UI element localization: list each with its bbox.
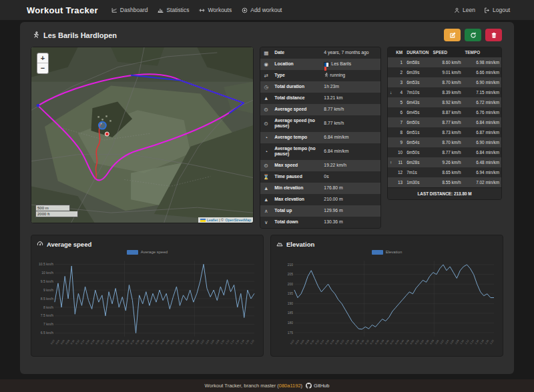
- workout-details-card: ▦Date4 years, 7 months ago◉LocationLes B…: [260, 47, 381, 229]
- svg-text:0:44: 0:44: [394, 339, 399, 345]
- split-speed: 8.70 km/h: [431, 137, 463, 147]
- svg-text:0:26: 0:26: [110, 339, 115, 345]
- svg-text:0:38: 0:38: [380, 339, 384, 345]
- svg-text:1:16: 1:16: [475, 339, 479, 345]
- split-tempo: 6.66 min/km: [463, 67, 501, 77]
- gauge-chart-icon: [37, 241, 43, 247]
- svg-text:0:32: 0:32: [364, 339, 369, 345]
- svg-text:0:20: 0:20: [95, 339, 100, 345]
- svg-text:0:58: 0:58: [190, 339, 195, 345]
- github-link[interactable]: GitHub: [306, 383, 329, 389]
- route-map[interactable]: + − 500 m 2000 ft Leaflet | © OpenStreet…: [31, 47, 254, 223]
- svg-text:0:16: 0:16: [85, 339, 90, 345]
- stopwatch-icon: ◔: [260, 132, 272, 143]
- svg-text:0:32: 0:32: [125, 339, 129, 345]
- svg-text:6.5 km/h: 6.5 km/h: [41, 331, 53, 335]
- pencil-icon: [449, 32, 456, 39]
- svg-text:0:02: 0:02: [290, 339, 294, 345]
- split-row: 16m58s8.60 km/h6.98 min/km: [388, 57, 501, 67]
- detail-label: Average speed: [272, 104, 321, 115]
- svg-text:1:04: 1:04: [205, 339, 210, 345]
- split-speed: 8.65 km/h: [431, 167, 463, 177]
- statistics-bars-icon: [158, 7, 164, 13]
- detail-row: ◔Average tempo (no pause)6.84 min/km: [260, 143, 380, 160]
- svg-text:0:46: 0:46: [160, 339, 165, 345]
- svg-text:1:08: 1:08: [215, 339, 220, 345]
- refresh-button[interactable]: [465, 29, 481, 41]
- split-tempo: 7.15 min/km: [463, 87, 501, 97]
- split-row: 86m51s8.73 km/h6.87 min/km: [388, 127, 501, 137]
- delete-button[interactable]: [485, 29, 502, 41]
- average-speed-chart-title: Average speed: [37, 241, 258, 248]
- running-icon: [32, 31, 39, 39]
- nav-item-workouts[interactable]: Workouts: [199, 7, 232, 13]
- detail-row: ⊙Max speed19.22 km/h: [260, 160, 380, 171]
- svg-text:0:46: 0:46: [400, 339, 405, 345]
- svg-text:0:06: 0:06: [300, 339, 304, 345]
- leaflet-link[interactable]: Leaflet: [207, 218, 218, 222]
- detail-label: Total duration: [272, 81, 321, 93]
- gauge-icon: ⊙: [260, 104, 272, 115]
- split-speed: 9.26 km/h: [431, 157, 463, 167]
- svg-text:0:38: 0:38: [140, 339, 145, 345]
- trend-none: [388, 177, 394, 187]
- split-km: 5: [394, 97, 405, 107]
- chevron-down-icon: ∨: [260, 217, 272, 228]
- stopwatch-icon: ◔: [260, 143, 272, 160]
- average-speed-chart-legend[interactable]: Average speed: [37, 250, 258, 255]
- detail-value: 13.21 km: [321, 93, 380, 104]
- trend-none: [388, 147, 394, 157]
- svg-text:0:22: 0:22: [340, 339, 344, 345]
- svg-text:0:40: 0:40: [145, 339, 150, 345]
- page-header: Les Barils Hardlopen: [31, 26, 503, 47]
- svg-text:1:20: 1:20: [245, 339, 250, 345]
- split-row: 96m54s8.70 km/h6.90 min/km: [388, 137, 501, 147]
- calendar-icon: ▦: [260, 47, 272, 59]
- scale-imperial: 2000 ft: [35, 211, 78, 217]
- svg-text:1:22: 1:22: [250, 339, 254, 345]
- detail-value: 130.36 m: [321, 217, 380, 228]
- split-tempo: 6.90 min/km: [463, 77, 501, 87]
- page-title-text: Les Barils Hardlopen: [43, 31, 117, 39]
- split-tempo: 6.98 min/km: [463, 57, 501, 67]
- nav-item-dashboard[interactable]: Dashboard: [111, 7, 148, 13]
- svg-text:0:42: 0:42: [390, 339, 394, 345]
- map-attribution: Leaflet | © OpenStreetMap: [198, 217, 253, 223]
- zoom-out-button[interactable]: −: [37, 63, 48, 73]
- svg-text:195: 195: [288, 291, 294, 295]
- page-title: Les Barils Hardlopen: [32, 31, 117, 39]
- svg-text:7 km/h: 7 km/h: [43, 322, 53, 326]
- detail-row: ◉LocationLes Barils: [260, 59, 380, 70]
- logout-button[interactable]: Logout: [484, 7, 510, 13]
- svg-text:0:48: 0:48: [405, 339, 409, 345]
- footer-text: Workout Tracker, branch master (080a1192…: [205, 383, 302, 389]
- osm-link[interactable]: OpenStreetMap: [225, 218, 251, 222]
- detail-row: ▲Total distance13.21 km: [260, 93, 380, 104]
- split-duration: 6m54s: [405, 137, 431, 147]
- svg-text:200: 200: [288, 282, 294, 286]
- app-title: Workout Tracker: [27, 5, 98, 15]
- zoom-in-button[interactable]: +: [37, 53, 48, 63]
- split-km: 8: [394, 127, 405, 137]
- nav-item-label: Statistics: [166, 7, 189, 13]
- svg-text:0:30: 0:30: [120, 339, 125, 345]
- nav-item-statistics[interactable]: Statistics: [158, 7, 189, 13]
- svg-text:0:24: 0:24: [345, 339, 350, 345]
- detail-label: Min elevation: [272, 183, 321, 194]
- elevation-chart-legend[interactable]: Elevation: [276, 250, 497, 255]
- svg-text:0:58: 0:58: [430, 339, 435, 345]
- detail-label: Type: [272, 70, 321, 81]
- user-menu[interactable]: Leen: [454, 7, 475, 13]
- edit-button[interactable]: [444, 29, 461, 41]
- average-speed-chart-plot: 6.5 km/h7 km/h7.5 km/h8 km/h8.5 km/h9 km…: [37, 255, 258, 349]
- trend-none: [388, 77, 394, 87]
- split-tempo: 6.84 min/km: [463, 117, 501, 127]
- nav-item-add-workout[interactable]: Add workout: [242, 7, 282, 13]
- splits-header-duration: DURATION: [405, 47, 431, 57]
- distance-icon: ▲: [260, 93, 272, 104]
- svg-text:0:52: 0:52: [415, 339, 419, 345]
- split-duration: 6m51s: [405, 127, 431, 137]
- nav-item-label: Dashboard: [120, 7, 148, 13]
- split-speed: 8.77 km/h: [431, 147, 463, 157]
- split-row: 76m50s8.77 km/h6.84 min/km: [388, 117, 501, 127]
